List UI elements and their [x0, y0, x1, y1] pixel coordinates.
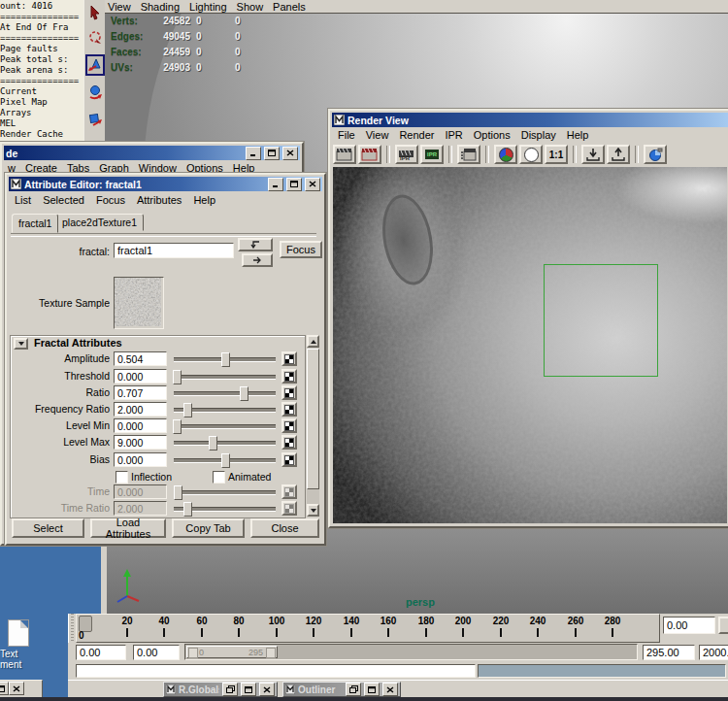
animation-start-field[interactable] [76, 645, 126, 660]
menu-tabs[interactable]: Tabs [67, 162, 89, 174]
map-texture-button[interactable] [281, 369, 297, 384]
redo-previous-ipr-render-button[interactable]: IPR [420, 145, 444, 164]
rgb-channels-button[interactable] [494, 145, 517, 164]
menu-focus[interactable]: Focus [96, 194, 125, 206]
playback-range-bar[interactable]: 0 295 [186, 646, 278, 658]
menu-view[interactable]: View [366, 129, 389, 141]
map-texture-button[interactable] [281, 418, 297, 433]
load-attributes-button[interactable]: Load Attributes [90, 518, 166, 538]
snapshot-button[interactable] [457, 145, 480, 164]
level-max-slider[interactable] [174, 435, 276, 450]
map-texture-button[interactable] [281, 385, 297, 400]
minimize-icon[interactable] [246, 147, 261, 160]
frequency-ratio-input[interactable] [114, 402, 167, 417]
maximize-icon[interactable] [241, 683, 256, 696]
menu-ipr[interactable]: IPR [445, 129, 462, 141]
ipr-render-button[interactable]: IPR [395, 145, 418, 164]
rotate-tool-button[interactable] [85, 82, 105, 103]
scroll-down-button[interactable] [307, 504, 319, 517]
render-region-marquee[interactable] [544, 264, 658, 377]
menu-options[interactable]: Options [474, 129, 511, 141]
minimize-icon[interactable] [268, 178, 283, 191]
render-view-titlebar[interactable]: Render View [332, 113, 728, 127]
redo-previous-render-button[interactable] [358, 145, 381, 164]
range-slider-track[interactable]: 0 295 [184, 644, 638, 660]
animated-checkbox[interactable] [213, 471, 225, 484]
scale-tool-button[interactable] [85, 109, 105, 130]
menu-options[interactable]: Options [186, 162, 223, 174]
texture-sample-swatch[interactable] [114, 277, 164, 329]
scrollbar-thumb[interactable] [307, 349, 319, 489]
attributes-scrollbar[interactable] [307, 335, 319, 517]
range-end-handle[interactable] [266, 648, 276, 658]
menu-render[interactable]: Render [399, 129, 434, 141]
slider-thumb[interactable] [183, 403, 192, 417]
playback-start-field[interactable] [133, 645, 180, 660]
time-slider[interactable]: 20 40 60 80 100 120 140 160 180 200 220 … [76, 614, 660, 643]
map-texture-button[interactable] [281, 452, 297, 467]
menu-help[interactable]: Help [567, 129, 589, 141]
bias-input[interactable] [114, 452, 167, 467]
map-texture-button[interactable] [281, 435, 297, 450]
animation-end-field[interactable] [699, 645, 728, 660]
close-icon[interactable] [382, 683, 398, 696]
bias-slider[interactable] [174, 452, 276, 467]
slider-thumb[interactable] [221, 352, 230, 367]
map-texture-button[interactable] [281, 402, 297, 417]
playback-end-field[interactable] [643, 645, 695, 660]
remove-image-button[interactable] [607, 145, 630, 164]
go-to-start-button[interactable] [718, 617, 728, 634]
slider-thumb[interactable] [173, 419, 182, 434]
threshold-slider[interactable] [174, 369, 276, 384]
range-start-handle[interactable] [188, 648, 198, 658]
threshold-input[interactable] [114, 369, 167, 384]
menu-lighting[interactable]: Lighting [189, 1, 227, 13]
minimized-render-globals-window[interactable]: R.Globals [163, 682, 278, 697]
attribute-editor-titlebar[interactable]: Attribute Editor: fractal1 [9, 177, 322, 191]
current-time-field[interactable] [663, 617, 715, 634]
menu-panels[interactable]: Panels [273, 1, 306, 13]
rendered-image[interactable] [333, 167, 727, 523]
menu-graph[interactable]: Graph [99, 162, 129, 174]
slider-thumb[interactable] [221, 453, 230, 468]
ratio-input[interactable] [114, 385, 167, 400]
keep-image-button[interactable] [581, 145, 605, 164]
frequency-ratio-slider[interactable] [174, 402, 276, 417]
menu-window[interactable]: Window [139, 162, 177, 174]
move-tool-button[interactable] [85, 54, 105, 76]
maximize-icon[interactable] [0, 682, 9, 695]
minimized-window-titlebar[interactable] [0, 680, 43, 699]
render-button[interactable] [333, 145, 356, 164]
show-input-connections-button[interactable] [238, 238, 273, 251]
tab-place2dtexture1[interactable]: place2dTexture1 [55, 214, 144, 231]
restore-icon[interactable] [346, 683, 361, 696]
alpha-channel-button[interactable] [519, 145, 543, 164]
one-to-one-button[interactable]: 1:1 [545, 145, 568, 164]
show-output-connections-button[interactable] [242, 253, 273, 267]
close-icon[interactable] [282, 147, 298, 160]
amplitude-slider[interactable] [174, 351, 276, 366]
minimized-outliner-window[interactable]: Outliner [282, 682, 401, 697]
menu-attributes[interactable]: Attributes [137, 194, 182, 206]
menu-selected[interactable]: Selected [43, 194, 84, 206]
menu-shading[interactable]: Shading [141, 1, 180, 13]
menu-list[interactable]: List [15, 194, 31, 206]
slider-thumb[interactable] [209, 436, 217, 451]
menu-help[interactable]: Help [193, 194, 215, 206]
scroll-up-button[interactable] [307, 335, 319, 348]
menu-display[interactable]: Display [521, 129, 556, 141]
menu-view-partial[interactable]: w [8, 162, 16, 174]
tab-fractal1[interactable]: fractal1 [12, 214, 58, 233]
slider-thumb[interactable] [240, 386, 248, 401]
hypershade-titlebar[interactable]: de [4, 146, 300, 160]
slider-thumb[interactable] [173, 370, 182, 384]
render-globals-button[interactable] [644, 145, 667, 164]
level-min-slider[interactable] [174, 418, 276, 433]
copy-tab-button[interactable]: Copy Tab [172, 518, 245, 538]
restore-icon[interactable] [222, 683, 238, 696]
menu-show[interactable]: Show [237, 1, 264, 13]
close-icon[interactable] [259, 683, 275, 696]
menu-create[interactable]: Create [25, 162, 57, 174]
node-name-input[interactable] [114, 243, 234, 258]
inflection-checkbox[interactable] [116, 471, 128, 484]
